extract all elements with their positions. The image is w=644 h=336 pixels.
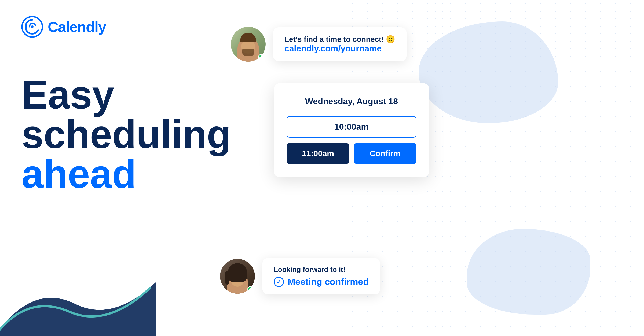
confirmed-bubble: Looking forward to it! Meeting confirmed bbox=[262, 258, 380, 294]
scheduling-card: Wednesday, August 18 10:00am 11:00am Con… bbox=[274, 83, 429, 177]
headline: Easy scheduling ahead bbox=[21, 75, 231, 194]
online-indicator-top bbox=[258, 54, 264, 60]
blob-bottom bbox=[467, 229, 590, 315]
second-time-button[interactable]: 11:00am bbox=[287, 143, 349, 164]
selected-time-slot[interactable]: 10:00am bbox=[287, 116, 416, 138]
confirmed-subtext: Looking forward to it! bbox=[274, 266, 369, 274]
confirmed-row: Meeting confirmed bbox=[274, 277, 369, 287]
headline-line1: Easy bbox=[21, 75, 231, 115]
card-buttons: 11:00am Confirm bbox=[287, 143, 416, 164]
avatar-male bbox=[231, 27, 266, 62]
online-indicator-bottom bbox=[247, 286, 253, 292]
connect-bubble-link: calendly.com/yourname bbox=[284, 44, 395, 54]
bottom-arc-decoration bbox=[0, 261, 156, 336]
check-circle-icon bbox=[274, 277, 284, 287]
confirm-button[interactable]: Confirm bbox=[354, 143, 416, 164]
chat-bubble-confirmed: Looking forward to it! Meeting confirmed bbox=[220, 258, 380, 294]
connect-bubble-text: Let's find a time to connect! 🙂 bbox=[284, 35, 395, 44]
calendly-logo-icon bbox=[21, 16, 43, 38]
logo-text: Calendly bbox=[48, 18, 106, 35]
confirmed-text: Meeting confirmed bbox=[288, 277, 369, 287]
svg-point-1 bbox=[31, 25, 34, 28]
logo: Calendly bbox=[21, 16, 106, 38]
headline-line2: scheduling bbox=[21, 115, 231, 154]
card-date: Wednesday, August 18 bbox=[287, 96, 416, 106]
headline-line3: ahead bbox=[21, 154, 231, 194]
avatar-female bbox=[220, 259, 255, 294]
connect-bubble: Let's find a time to connect! 🙂 calendly… bbox=[273, 27, 407, 61]
chat-bubble-connect: Let's find a time to connect! 🙂 calendly… bbox=[231, 27, 407, 62]
